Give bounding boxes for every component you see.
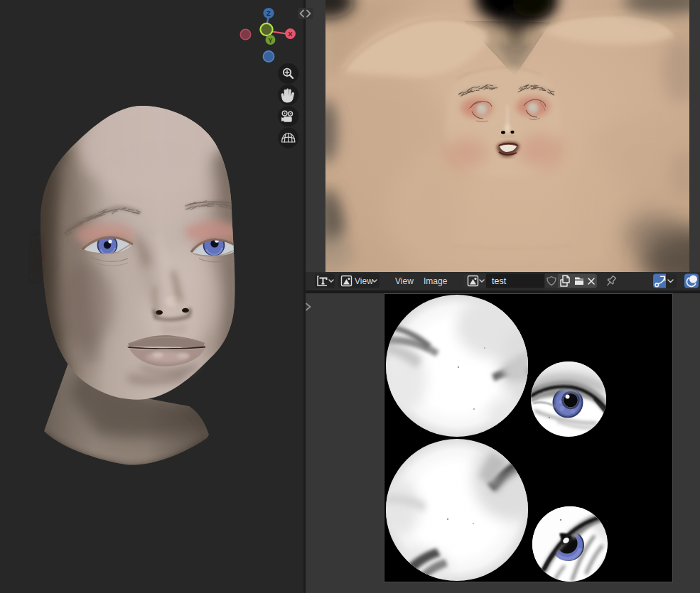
svg-text:View: View [395, 276, 414, 286]
svg-text:Z: Z [266, 9, 271, 17]
svg-text:Y: Y [268, 37, 272, 44]
svg-text:Image: Image [424, 276, 448, 286]
svg-text:View: View [355, 276, 373, 286]
svg-text:test: test [492, 276, 507, 286]
svg-text:X: X [288, 30, 293, 38]
